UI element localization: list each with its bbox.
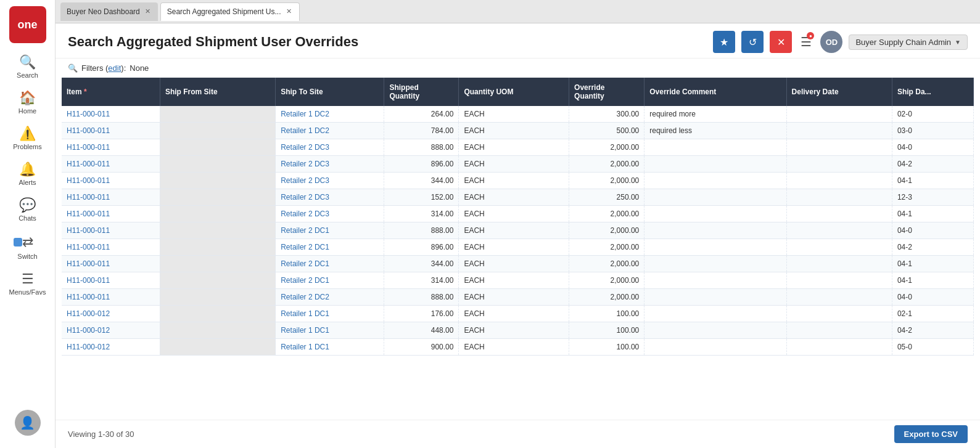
table-cell[interactable]: Retailer 1 DC2 <box>276 123 384 139</box>
chevron-down-icon: ▼ <box>955 39 961 46</box>
table-cell[interactable]: H11-000-012 <box>62 306 160 322</box>
table-cell[interactable]: H11-000-011 <box>62 123 160 139</box>
sidebar-item-menus[interactable]: ☰ Menus/Favs <box>0 266 55 302</box>
filters-label: Filters (edit): <box>81 63 126 73</box>
table-cell[interactable]: Retailer 2 DC1 <box>276 272 384 289</box>
table-cell: 04-0 <box>892 139 973 156</box>
user-role-dropdown[interactable]: Buyer Supply Chain Admin ▼ <box>849 35 968 50</box>
table-cell <box>644 206 786 222</box>
table-cell[interactable]: H11-000-011 <box>62 106 160 123</box>
table-cell: required less <box>644 123 786 139</box>
table-cell[interactable]: H11-000-012 <box>62 339 160 356</box>
table-cell: 2,000.00 <box>569 272 644 289</box>
close-icon: ✕ <box>777 36 785 48</box>
tab-search-shipment[interactable]: Search Aggregated Shipment Us... ✕ <box>160 2 300 21</box>
table-cell: 04-2 <box>892 156 973 173</box>
table-cell <box>786 256 892 272</box>
table-cell[interactable]: Retailer 2 DC1 <box>276 222 384 239</box>
table-cell: 250.00 <box>569 189 644 206</box>
table-cell[interactable]: H11-000-011 <box>62 156 160 173</box>
table-cell[interactable]: Retailer 2 DC1 <box>276 239 384 256</box>
table-cell[interactable]: H11-000-011 <box>62 289 160 306</box>
table-cell[interactable]: H11-000-011 <box>62 272 160 289</box>
tab-search-shipment-close[interactable]: ✕ <box>285 7 293 15</box>
table-row: H11-000-012Retailer 1 DC1448.00EACH100.0… <box>62 322 974 339</box>
table-cell: EACH <box>459 256 569 272</box>
table-cell[interactable]: Retailer 2 DC3 <box>276 206 384 222</box>
table-cell <box>786 322 892 339</box>
table-cell[interactable]: Retailer 1 DC2 <box>276 106 384 123</box>
col-item: Item <box>62 78 160 106</box>
table-cell: 264.00 <box>384 106 459 123</box>
sidebar-chats-label: Chats <box>19 214 36 222</box>
table-cell: 02-1 <box>892 306 973 322</box>
sidebar-item-search[interactable]: 🔍 Search <box>0 49 55 85</box>
table-cell <box>786 339 892 356</box>
table-cell[interactable]: Retailer 2 DC3 <box>276 156 384 173</box>
table-cell: 344.00 <box>384 256 459 272</box>
table-cell[interactable]: Retailer 2 DC1 <box>276 256 384 272</box>
table-cell[interactable]: Retailer 2 DC3 <box>276 173 384 189</box>
table-cell <box>160 306 275 322</box>
table-container[interactable]: Item Ship From Site Ship To Site Shipped… <box>56 78 980 420</box>
refresh-button[interactable]: ↺ <box>741 31 764 53</box>
sidebar-item-switch[interactable]: ⇄ Switch <box>0 228 55 266</box>
table-row: H11-000-011Retailer 2 DC3896.00EACH2,000… <box>62 156 974 173</box>
sidebar-item-problems[interactable]: ⚠️ Problems <box>0 121 55 157</box>
sidebar-search-label: Search <box>17 71 38 79</box>
table-cell <box>644 156 786 173</box>
table-cell[interactable]: Retailer 2 DC3 <box>276 139 384 156</box>
table-cell[interactable]: Retailer 2 DC2 <box>276 289 384 306</box>
table-cell <box>160 239 275 256</box>
table-cell: 04-1 <box>892 256 973 272</box>
col-shipped-qty: ShippedQuantity <box>384 78 459 106</box>
table-row: H11-000-011Retailer 2 DC3344.00EACH2,000… <box>62 173 974 189</box>
table-cell <box>786 272 892 289</box>
menu-button[interactable]: ☰ ● <box>798 32 814 52</box>
table-header-row: Item Ship From Site Ship To Site Shipped… <box>62 78 974 106</box>
app-logo[interactable]: one <box>9 6 46 43</box>
close-button[interactable]: ✕ <box>770 31 792 53</box>
switch-badge <box>14 238 22 246</box>
table-body: H11-000-011Retailer 1 DC2264.00EACH300.0… <box>62 106 974 356</box>
table-cell <box>160 156 275 173</box>
table-cell: 2,000.00 <box>569 256 644 272</box>
table-cell[interactable]: Retailer 1 DC1 <box>276 339 384 356</box>
table-cell[interactable]: H11-000-012 <box>62 322 160 339</box>
table-cell[interactable]: H11-000-011 <box>62 239 160 256</box>
sidebar-item-avatar[interactable]: 👤 <box>15 404 41 442</box>
tab-buyer-neo-close[interactable]: ✕ <box>144 7 152 15</box>
table-cell: 2,000.00 <box>569 239 644 256</box>
sidebar-item-chats[interactable]: 💬 Chats <box>0 192 55 228</box>
sidebar-item-home[interactable]: 🏠 Home <box>0 85 55 121</box>
col-ship-date: Ship Da... <box>892 78 973 106</box>
table-cell[interactable]: H11-000-011 <box>62 189 160 206</box>
table-cell[interactable]: H11-000-011 <box>62 206 160 222</box>
filters-value: None <box>130 63 149 73</box>
star-button[interactable]: ★ <box>713 31 735 53</box>
filters-edit-link[interactable]: edit <box>108 63 121 73</box>
table-cell[interactable]: Retailer 1 DC1 <box>276 306 384 322</box>
table-cell: 2,000.00 <box>569 222 644 239</box>
table-cell[interactable]: H11-000-011 <box>62 256 160 272</box>
table-cell[interactable]: H11-000-011 <box>62 173 160 189</box>
sidebar: one 🔍 Search 🏠 Home ⚠️ Problems 🔔 Alerts… <box>0 0 56 448</box>
main-area: Buyer Neo Dashboard ✕ Search Aggregated … <box>56 0 980 448</box>
col-ship-from: Ship From Site <box>160 78 275 106</box>
table-cell[interactable]: H11-000-011 <box>62 222 160 239</box>
sidebar-item-alerts[interactable]: 🔔 Alerts <box>0 157 55 192</box>
export-csv-button[interactable]: Export to CSV <box>894 425 968 443</box>
table-cell[interactable]: H11-000-011 <box>62 139 160 156</box>
table-cell: EACH <box>459 272 569 289</box>
table-cell <box>786 306 892 322</box>
table-row: H11-000-011Retailer 1 DC2264.00EACH300.0… <box>62 106 974 123</box>
table-cell: EACH <box>459 339 569 356</box>
table-cell[interactable]: Retailer 2 DC3 <box>276 189 384 206</box>
table-cell[interactable]: Retailer 1 DC1 <box>276 322 384 339</box>
star-icon: ★ <box>720 36 728 48</box>
sidebar-menus-label: Menus/Favs <box>9 288 46 296</box>
table-cell: 896.00 <box>384 239 459 256</box>
table-row: H11-000-011Retailer 1 DC2784.00EACH500.0… <box>62 123 974 139</box>
tab-buyer-neo[interactable]: Buyer Neo Dashboard ✕ <box>60 2 158 21</box>
table-cell <box>786 106 892 123</box>
